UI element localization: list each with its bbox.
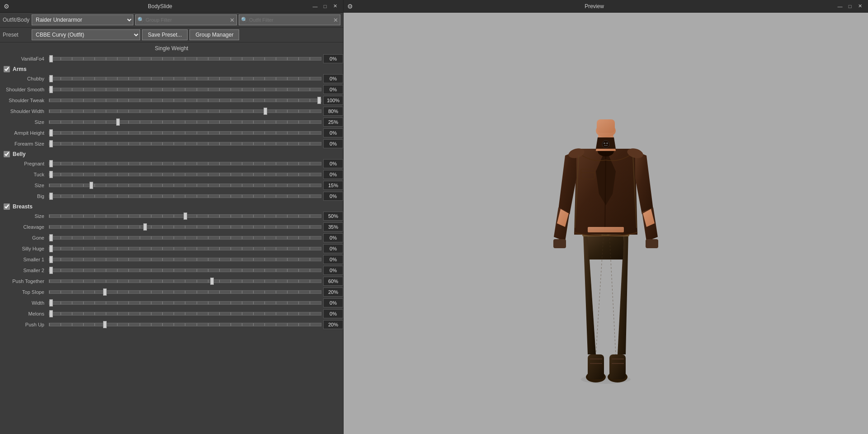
slider-input-smaller-1[interactable]: [49, 258, 321, 261]
slider-row-chubby: Chubby0%: [2, 73, 343, 84]
slider-input-shoulder-tweak[interactable]: [49, 99, 321, 102]
outfit-filter-input[interactable]: [249, 17, 332, 23]
outfit-body-label: Outfit/Body: [3, 17, 30, 23]
slider-row-size-belly: Size15%: [2, 180, 343, 191]
left-close-button[interactable]: ✕: [330, 2, 340, 11]
slider-value-size-arms: 25%: [323, 118, 343, 127]
slider-label-gone: Gone: [2, 235, 47, 241]
slider-row-armpit-height: Armpit Height0%: [2, 127, 343, 138]
slider-input-pregnant[interactable]: [49, 162, 321, 165]
slider-row-push-up: Push Up20%: [2, 319, 343, 330]
outfit-filter-icon: 🔍: [241, 17, 248, 23]
group-filter-icon: 🔍: [137, 17, 144, 23]
outfit-filter-box[interactable]: 🔍 ✕: [239, 14, 340, 25]
outfit-filter-clear-button[interactable]: ✕: [333, 17, 338, 23]
slider-row-melons: Melons0%: [2, 308, 343, 319]
group-label-breasts: Breasts: [13, 203, 33, 210]
svg-rect-2: [588, 354, 604, 379]
slider-label-push-together: Push Together: [2, 278, 47, 284]
group-header-breasts: Breasts: [2, 202, 343, 211]
slider-input-size-belly[interactable]: [49, 184, 321, 187]
slider-track-push-together: [47, 278, 323, 284]
slider-input-size-breasts[interactable]: [49, 214, 321, 218]
slider-input-top-slope[interactable]: [49, 290, 321, 294]
left-title-bar: ⚙ BodySlide — □ ✕: [0, 0, 343, 13]
svg-point-20: [606, 142, 608, 144]
slider-label-big: Big: [2, 193, 47, 199]
slider-input-forearm-size[interactable]: [49, 142, 321, 146]
slider-track-shoulder-smooth: [47, 86, 323, 93]
slider-input-chubby[interactable]: [49, 77, 321, 80]
slider-value-gone: 0%: [323, 233, 343, 242]
group-label-arms: Arms: [13, 66, 27, 72]
outfit-body-dropdown[interactable]: Raider Underarmor: [32, 14, 133, 25]
group-filter-clear-button[interactable]: ✕: [230, 17, 235, 23]
left-minimize-button[interactable]: —: [311, 2, 320, 11]
slider-input-big[interactable]: [49, 194, 321, 198]
slider-label-melons: Melons: [2, 311, 47, 316]
slider-value-size-breasts: 50%: [323, 212, 343, 221]
slider-row-cleavage: Cleavage35%: [2, 222, 343, 232]
slider-value-cleavage: 35%: [323, 222, 343, 231]
left-maximize-button[interactable]: □: [321, 2, 330, 11]
group-header-belly: Belly: [2, 149, 343, 158]
group-checkbox-belly[interactable]: [4, 151, 10, 157]
svg-point-18: [602, 141, 609, 148]
slider-row-silly-huge: Silly Huge0%: [2, 243, 343, 254]
slider-input-size-arms[interactable]: [49, 120, 321, 124]
slider-input-shoulder-width[interactable]: [49, 109, 321, 113]
character-model: [529, 61, 683, 386]
slider-input-melons[interactable]: [49, 312, 321, 316]
slider-track-pregnant: [47, 160, 323, 167]
slider-input-push-up[interactable]: [49, 323, 321, 326]
slider-value-vanillafo4: 0%: [323, 54, 343, 63]
slider-track-top-slope: [47, 289, 323, 295]
slider-value-push-up: 20%: [323, 320, 343, 329]
app-icon: ⚙: [4, 3, 9, 10]
slider-track-forearm-size: [47, 141, 323, 147]
slider-label-shoulder-tweak: Shoulder Tweak: [2, 98, 47, 103]
slider-track-smaller-1: [47, 256, 323, 263]
slider-input-cleavage[interactable]: [49, 225, 321, 229]
slider-track-cleavage: [47, 224, 323, 230]
slider-track-size-breasts: [47, 213, 323, 219]
slider-input-shoulder-smooth[interactable]: [49, 88, 321, 91]
toolbar-row-2: Preset CBBE Curvy (Outfit) Save Preset..…: [0, 28, 343, 42]
preview-close-button[interactable]: ✕: [855, 2, 864, 11]
preview-maximize-button[interactable]: □: [845, 2, 854, 11]
slider-value-silly-huge: 0%: [323, 244, 343, 253]
preview-minimize-button[interactable]: —: [835, 2, 844, 11]
slider-row-smaller-1: Smaller 10%: [2, 254, 343, 265]
slider-track-gone: [47, 235, 323, 241]
group-checkbox-arms[interactable]: [4, 66, 10, 72]
slider-input-push-together[interactable]: [49, 279, 321, 283]
slider-label-top-slope: Top Slope: [2, 289, 47, 295]
preset-label: Preset: [3, 32, 30, 38]
slider-value-shoulder-width: 80%: [323, 107, 343, 116]
save-preset-button[interactable]: Save Preset...: [142, 29, 188, 40]
group-manager-button[interactable]: Group Manager: [189, 29, 239, 40]
slider-input-vanillafo4[interactable]: [49, 57, 321, 61]
slider-input-silly-huge[interactable]: [49, 247, 321, 250]
slider-row-big: Big0%: [2, 191, 343, 202]
slider-input-armpit-height[interactable]: [49, 131, 321, 135]
slider-input-smaller-2[interactable]: [49, 269, 321, 272]
slider-value-pregnant: 0%: [323, 159, 343, 168]
preview-title: Preview: [353, 3, 835, 9]
preset-dropdown[interactable]: CBBE Curvy (Outfit): [32, 29, 140, 40]
slider-input-width-breasts[interactable]: [49, 301, 321, 305]
slider-track-push-up: [47, 321, 323, 328]
slider-label-cleavage: Cleavage: [2, 224, 47, 230]
slider-track-size-arms: [47, 119, 323, 125]
slider-value-tuck: 0%: [323, 170, 343, 179]
group-checkbox-breasts[interactable]: [4, 203, 10, 210]
left-panel: ⚙ BodySlide — □ ✕ Outfit/Body Raider Und…: [0, 0, 344, 434]
group-filter-box[interactable]: 🔍 ✕: [135, 14, 237, 25]
slider-input-tuck[interactable]: [49, 173, 321, 176]
group-filter-input[interactable]: [146, 17, 228, 23]
slider-track-shoulder-width: [47, 108, 323, 114]
svg-rect-27: [588, 227, 624, 232]
svg-rect-10: [553, 239, 566, 248]
slider-input-gone[interactable]: [49, 236, 321, 240]
left-title-buttons: — □ ✕: [311, 2, 340, 11]
